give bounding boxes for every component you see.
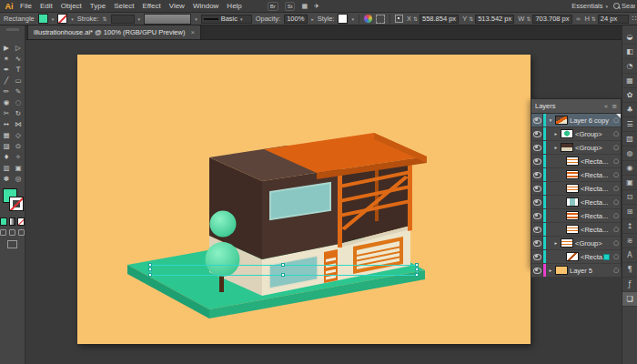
stepper-icon[interactable]: ⇅ [469, 15, 473, 22]
layer-row-5[interactable]: <Recta...○ [531, 168, 621, 182]
recolor-artwork-icon[interactable] [364, 15, 372, 23]
visibility-toggle[interactable] [531, 209, 543, 222]
layers-panel-header[interactable]: Layers « ≡ [531, 99, 621, 114]
panel-menu-icon[interactable]: ≡ [612, 103, 617, 110]
workspace-switcher[interactable]: Essentials ▾ [571, 2, 608, 10]
color-guide-panel-icon[interactable]: ◧ [622, 45, 637, 59]
paintbrush-tool[interactable]: ✏ [1, 86, 13, 96]
selection-handle[interactable] [415, 273, 419, 277]
link-width-height-icon[interactable]: ∞ [576, 15, 581, 23]
layer-row-2[interactable]: ▸<Group>○ [531, 127, 621, 141]
layer-row-4[interactable]: <Recta...○ [531, 155, 621, 168]
selection-handle[interactable] [415, 268, 419, 271]
stroke-weight-caret-icon[interactable]: ▾ [138, 16, 141, 22]
stroke-color-swatch[interactable] [9, 197, 24, 211]
layer-row-9[interactable]: <Recta...○ [531, 223, 621, 237]
target-circle-icon[interactable]: ○ [612, 198, 621, 206]
scale-tool[interactable]: ↔ [1, 118, 13, 129]
transform-value-w[interactable]: 703.708 px [532, 15, 571, 24]
visibility-toggle[interactable] [531, 182, 543, 195]
toolbar-header[interactable] [0, 25, 25, 40]
paragraph-panel-icon[interactable]: ¶ [622, 263, 637, 278]
disclosure-triangle[interactable]: ▸ [553, 240, 559, 246]
pen-tool[interactable]: ✒ [1, 64, 13, 75]
layer-row-11[interactable]: <Recta...○ [531, 250, 621, 264]
appearance-panel-icon[interactable]: ◉ [622, 161, 637, 176]
artboard-tool[interactable]: ▣ [13, 162, 25, 173]
disclosure-triangle[interactable]: ▾ [548, 117, 553, 123]
document-tab[interactable]: illustrationhouse.ai* @ 100% (RGB/GPU Pr… [27, 25, 201, 39]
mesh-tool[interactable]: ▦ [1, 129, 13, 140]
width-profile-dropdown[interactable] [144, 14, 191, 25]
disclosure-triangle[interactable]: ▸ [553, 145, 559, 150]
target-circle-icon[interactable]: ○ [612, 171, 621, 178]
scissors-tool[interactable]: ✂ [1, 107, 13, 118]
eyedropper-tool[interactable]: ⊙ [13, 140, 25, 151]
disclosure-triangle[interactable]: ▸ [548, 268, 553, 273]
bridge-icon[interactable]: Br [268, 2, 278, 11]
menu-file[interactable]: File [20, 2, 32, 10]
visibility-toggle[interactable] [531, 237, 543, 249]
style-caret-icon[interactable]: ▾ [351, 16, 354, 22]
align-panel-icon[interactable]: ≋ [622, 234, 637, 248]
target-circle-icon[interactable]: ○ [612, 144, 621, 151]
disclosure-triangle[interactable]: ▸ [553, 131, 559, 136]
stroke-swatch-none[interactable] [57, 14, 67, 24]
visibility-toggle[interactable] [531, 264, 543, 277]
selection-handle[interactable] [148, 268, 152, 271]
opacity-field[interactable]: 100% [284, 15, 308, 24]
reference-point-locator[interactable] [395, 15, 403, 23]
close-tab-icon[interactable]: × [190, 28, 195, 36]
target-circle-icon[interactable]: ○ [612, 239, 621, 247]
transform-value-h[interactable]: 24 px [598, 15, 629, 24]
magic-wand-tool[interactable]: ✶ [1, 53, 13, 64]
arrange-documents-icon[interactable]: ▦ [301, 3, 308, 10]
draw-behind-button[interactable] [9, 229, 15, 236]
zoom-tool[interactable]: ◎ [13, 173, 25, 184]
libraries-panel-icon[interactable]: ⊡ [622, 190, 637, 205]
stroke-panel-icon[interactable]: ☰ [622, 117, 637, 132]
selection-tool[interactable]: ▶ [1, 42, 13, 53]
fill-swatch[interactable] [38, 14, 48, 24]
brushes-panel-icon[interactable]: ✿ [622, 88, 637, 103]
layer-row-3[interactable]: ▸<Group>○ [531, 141, 621, 155]
layers-panel-icon[interactable]: ❏ [622, 292, 637, 307]
stepper-icon[interactable]: ⇅ [592, 15, 596, 22]
stepper-icon[interactable]: ⇅ [526, 15, 531, 22]
layer-row-12[interactable]: ▸Layer 5○ [531, 264, 621, 278]
stepper-icon[interactable]: ⇅ [413, 15, 418, 22]
eraser-tool[interactable]: ◌ [13, 96, 25, 107]
layer-row-10[interactable]: ▸<Group>○ [531, 237, 621, 250]
layer-row-6[interactable]: <Recta...○ [531, 182, 621, 196]
selection-handle[interactable] [281, 263, 285, 267]
stock-icon[interactable]: St [285, 2, 296, 11]
transform-panel-icon[interactable]: ∷ [632, 15, 637, 23]
target-circle-icon[interactable]: ○ [612, 130, 621, 137]
style-swatch[interactable] [338, 14, 348, 24]
blend-tool[interactable]: ♦ [1, 151, 13, 162]
hand-tool[interactable]: ✽ [1, 173, 13, 184]
target-circle-icon[interactable]: ○ [612, 253, 621, 260]
selection-handle[interactable] [415, 263, 419, 267]
graph-tool[interactable]: ▥ [1, 162, 13, 173]
visibility-toggle[interactable] [531, 141, 543, 154]
selection-handle[interactable] [148, 263, 152, 267]
lasso-tool[interactable]: ∿ [13, 53, 25, 64]
color-panel-icon[interactable]: ◒ [622, 30, 637, 45]
stroke-stepper[interactable]: ⇅ [103, 15, 107, 22]
visibility-toggle[interactable] [531, 223, 543, 236]
visibility-toggle[interactable] [531, 196, 543, 208]
menu-effect[interactable]: Effect [142, 2, 160, 10]
transform-value-x[interactable]: 558.854 px [420, 15, 459, 24]
brush-definition-dropdown[interactable]: Basic ▾ [201, 15, 252, 24]
stroke-weight-field[interactable] [111, 15, 135, 24]
type-tool[interactable]: T [13, 64, 25, 75]
draw-inside-button[interactable] [18, 229, 25, 236]
menu-select[interactable]: Select [114, 2, 134, 10]
graphic-styles-panel-icon[interactable]: ▣ [622, 176, 637, 190]
opacity-flyout-icon[interactable]: ▸ [311, 16, 314, 22]
menu-object[interactable]: Object [61, 2, 82, 10]
asset-export-panel-icon[interactable]: ↥ [622, 219, 637, 234]
pencil-tool[interactable]: ✎ [13, 86, 25, 96]
layer-row-1[interactable]: ▾Layer 6 copy○ [531, 114, 621, 127]
